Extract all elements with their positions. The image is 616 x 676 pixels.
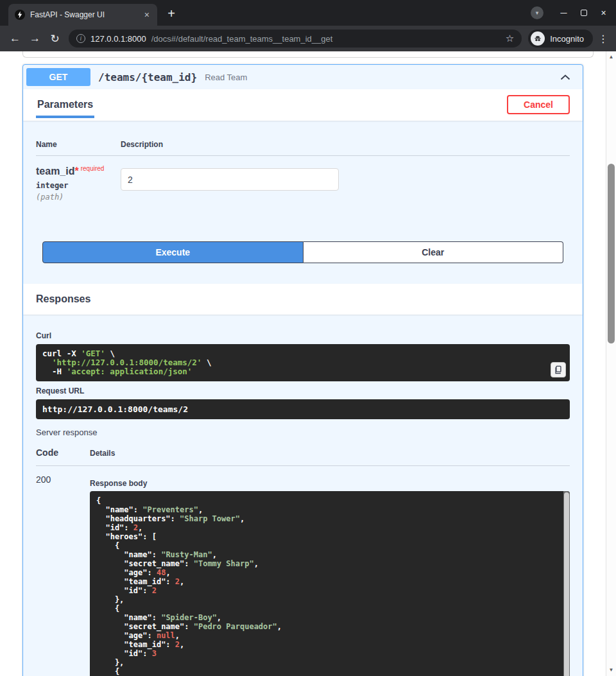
page-info-icon[interactable]: i: [76, 34, 85, 43]
maximize-icon: [581, 10, 587, 16]
browser-menu-icon[interactable]: ⋮: [595, 33, 611, 45]
server-response-label: Server response: [36, 428, 570, 437]
response-body-block: { "name": "Preventers", "headquarters": …: [90, 491, 570, 676]
response-body-scrollbar-thumb[interactable]: [564, 492, 569, 676]
responses-section-header: Responses: [23, 284, 583, 315]
team-id-input[interactable]: [121, 168, 339, 191]
tab-close-icon[interactable]: ×: [143, 10, 151, 19]
swagger-page: GET /teams/{team_id} Read Team Parameter…: [0, 51, 606, 676]
parameter-location: (path): [36, 193, 121, 202]
parameter-type: integer: [36, 181, 121, 190]
clear-button[interactable]: Clear: [304, 241, 564, 263]
response-body-label: Response body: [90, 479, 570, 488]
incognito-spy-icon: [531, 31, 545, 46]
response-row: 200 Response body { "name": "Preventers"…: [36, 466, 570, 676]
code-column-header: Code: [36, 447, 90, 458]
url-path: /docs#/default/read_team_teams__team_id_…: [151, 34, 501, 44]
scrollbar-up-arrow[interactable]: ▲: [606, 54, 616, 60]
response-details-cell: Response body { "name": "Preventers", "h…: [90, 466, 570, 676]
reload-icon[interactable]: ↻: [45, 29, 65, 49]
parameter-value-cell: [121, 165, 570, 202]
required-star: *: [74, 166, 78, 177]
scrolled-element-remnant: [22, 51, 594, 58]
forward-icon[interactable]: →: [25, 29, 45, 49]
opblock-summary[interactable]: GET /teams/{team_id} Read Team: [23, 65, 583, 89]
url-host: 127.0.0.1:8000: [90, 34, 146, 44]
parameter-name-cell: team_id*required integer (path): [36, 165, 121, 202]
browser-toolbar: ← → ↻ i 127.0.0.1:8000 /docs#/default/re…: [0, 26, 616, 51]
response-body-scrollbar[interactable]: [563, 491, 570, 676]
close-button[interactable]: ×: [594, 3, 613, 23]
execute-button-group: Execute Clear: [42, 241, 563, 263]
endpoint-path: /teams/{team_id}: [98, 71, 197, 83]
tab-strip: FastAPI - Swagger UI × + ▾ ─ ×: [0, 0, 616, 26]
tab-parameters[interactable]: Parameters: [36, 91, 94, 118]
name-column-header: Name: [36, 140, 121, 149]
address-bar[interactable]: i 127.0.0.1:8000 /docs#/default/read_tea…: [69, 30, 522, 48]
parameters-tab-label: Parameters: [37, 99, 93, 110]
parameters-table-header: Name Description: [36, 140, 570, 156]
back-icon[interactable]: ←: [5, 29, 25, 49]
browser-tab[interactable]: FastAPI - Swagger UI ×: [8, 4, 157, 26]
minimize-button[interactable]: ─: [554, 3, 574, 23]
parameters-section-header: Parameters Cancel: [23, 89, 583, 121]
execute-button[interactable]: Execute: [42, 241, 304, 263]
curl-label: Curl: [36, 331, 570, 340]
endpoint-summary: Read Team: [205, 73, 247, 82]
request-url-label: Request URL: [36, 386, 570, 395]
curl-code-block: curl -X 'GET' \ 'http://127.0.0.1:8000/t…: [36, 344, 570, 381]
tab-search-icon[interactable]: ▾: [531, 6, 543, 19]
required-label: required: [79, 165, 105, 172]
browser-window: FastAPI - Swagger UI × + ▾ ─ × ← → ↻ i 1…: [0, 0, 616, 676]
new-tab-button[interactable]: +: [162, 4, 180, 22]
parameter-name: team_id: [36, 166, 74, 177]
collapse-chevron-icon[interactable]: [560, 74, 570, 80]
scrollbar-down-arrow[interactable]: ▼: [606, 667, 616, 673]
page-scrollbar[interactable]: ▲ ▼: [606, 51, 616, 676]
parameters-section: Name Description team_id*required intege…: [23, 121, 583, 284]
page-scrollbar-thumb[interactable]: [608, 164, 615, 343]
responses-title: Responses: [36, 293, 90, 304]
bookmark-star-icon[interactable]: ☆: [506, 33, 514, 44]
copy-to-clipboard-button[interactable]: [551, 362, 566, 377]
method-badge: GET: [26, 68, 90, 86]
window-controls: ▾ ─ ×: [531, 0, 613, 26]
fastapi-favicon-icon: [15, 10, 25, 20]
get-opblock: GET /teams/{team_id} Read Team Parameter…: [22, 64, 583, 676]
incognito-badge: Incognito: [528, 30, 593, 48]
response-json: { "name": "Preventers", "headquarters": …: [96, 496, 556, 676]
page-viewport: GET /teams/{team_id} Read Team Parameter…: [0, 51, 616, 676]
responses-section: Curl curl -X 'GET' \ 'http://127.0.0.1:8…: [23, 315, 583, 676]
maximize-button[interactable]: [574, 3, 594, 23]
parameter-row: team_id*required integer (path): [36, 156, 570, 202]
response-table-header: Code Details: [36, 447, 570, 466]
description-column-header: Description: [121, 140, 570, 149]
tab-title: FastAPI - Swagger UI: [30, 10, 138, 19]
incognito-label: Incognito: [550, 34, 584, 44]
status-code: 200: [36, 466, 90, 676]
details-column-header: Details: [90, 449, 570, 458]
curl-command: curl -X 'GET' \ 'http://127.0.0.1:8000/t…: [42, 349, 563, 376]
cancel-button[interactable]: Cancel: [507, 95, 570, 114]
request-url-value: http://127.0.0.1:8000/teams/2: [36, 399, 570, 419]
